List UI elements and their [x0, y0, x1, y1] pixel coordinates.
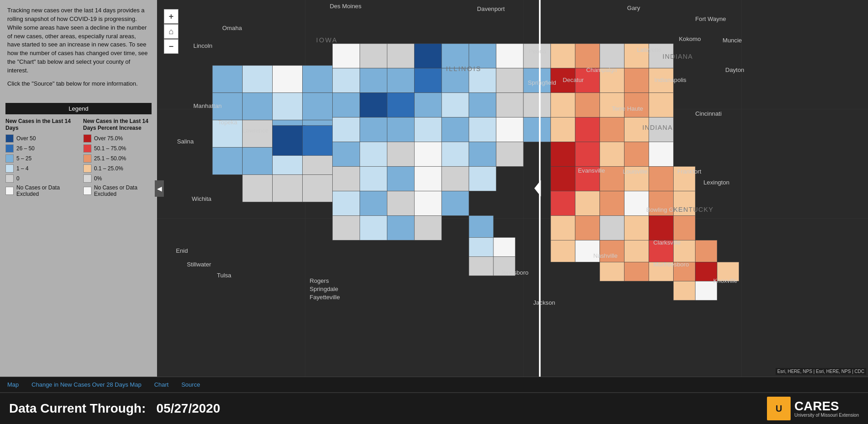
svg-text:Nashville: Nashville	[593, 252, 617, 259]
svg-text:KENTUCKY: KENTUCKY	[674, 206, 714, 213]
svg-text:ILLINOIS: ILLINOIS	[446, 65, 482, 72]
svg-rect-27	[332, 44, 360, 68]
svg-rect-79	[387, 215, 414, 240]
legend-item-label: 0	[16, 175, 20, 182]
svg-rect-47	[442, 93, 469, 117]
svg-rect-33	[496, 44, 523, 68]
svg-rect-111	[551, 167, 575, 191]
svg-rect-84	[493, 237, 515, 256]
svg-rect-14	[243, 175, 273, 202]
svg-rect-68	[387, 167, 414, 191]
logo-text: CARES University of Missouri Extension	[794, 400, 859, 418]
svg-text:Kokomo: Kokomo	[679, 36, 701, 42]
svg-rect-128	[674, 215, 695, 240]
legend-item-label: 50.1 – 75.0%	[94, 145, 127, 152]
svg-rect-54	[414, 117, 442, 142]
svg-text:Fort Wayne: Fort Wayne	[695, 15, 726, 22]
logo-cares: CARES	[794, 400, 859, 413]
svg-text:Jackson: Jackson	[533, 299, 555, 306]
legend-swatch	[83, 174, 91, 183]
svg-rect-88	[600, 44, 624, 68]
svg-rect-53	[387, 117, 414, 142]
map-svg: Des Moines Davenport Gary Fort Wayne Oma…	[157, 0, 868, 377]
zoom-in-button[interactable]: +	[164, 9, 178, 24]
svg-rect-81	[469, 215, 493, 237]
legend-swatch	[5, 164, 14, 173]
svg-text:Springdale: Springdale	[310, 286, 338, 292]
legend-item-label: Over 50	[16, 135, 36, 142]
legend-item-label: 26 – 50	[16, 145, 35, 152]
legend-right-title: New Cases in the Last 14 Days Percent In…	[83, 118, 152, 132]
svg-rect-25	[273, 126, 305, 156]
svg-rect-73	[360, 191, 387, 215]
svg-rect-60	[360, 142, 387, 167]
svg-text:Salina: Salina	[177, 138, 194, 145]
svg-text:Rogers: Rogers	[310, 277, 329, 284]
svg-rect-69	[414, 167, 442, 191]
zoom-out-button[interactable]: −	[164, 39, 178, 54]
legend-swatch	[83, 164, 91, 173]
legend-swatch	[83, 134, 91, 143]
legend-item: Over 75.0%	[83, 134, 152, 143]
logo-box: U	[767, 397, 791, 420]
legend-swatch	[5, 144, 14, 153]
svg-text:Tulsa: Tulsa	[217, 272, 231, 279]
svg-rect-94	[624, 68, 649, 93]
svg-rect-65	[496, 142, 523, 167]
svg-rect-102	[575, 117, 600, 142]
svg-text:Lafayette: Lafayette	[637, 46, 661, 53]
tab-map[interactable]: Map	[5, 379, 21, 390]
svg-text:IOWA: IOWA	[316, 36, 338, 44]
svg-rect-59	[332, 142, 360, 167]
tab-source[interactable]: Source	[178, 379, 203, 390]
svg-rect-72	[332, 191, 360, 215]
map-area[interactable]: Des Moines Davenport Gary Fort Wayne Oma…	[157, 0, 868, 377]
svg-text:Lexington: Lexington	[703, 179, 729, 186]
svg-rect-77	[332, 215, 360, 240]
legend-title: Legend	[5, 103, 152, 114]
svg-rect-82	[469, 237, 493, 256]
legend-item: 5 – 25	[5, 154, 74, 163]
svg-rect-10	[243, 66, 273, 93]
svg-rect-97	[575, 93, 600, 117]
svg-rect-58	[523, 117, 551, 142]
legend-swatch	[5, 134, 14, 143]
svg-rect-126	[624, 215, 649, 240]
svg-rect-108	[600, 142, 624, 167]
tab-change-map[interactable]: Change in New Cases Over 28 Days Map	[29, 379, 144, 390]
legend-item: 25.1 – 50.0%	[83, 154, 152, 163]
legend-item-label: 1 – 4	[16, 165, 29, 172]
zoom-home-button[interactable]: ⌂	[164, 24, 178, 39]
description-paragraph-1: Tracking new cases over the last 14 days…	[7, 6, 150, 75]
svg-rect-24	[303, 175, 333, 202]
svg-text:Gary: Gary	[627, 5, 640, 11]
svg-text:Champaign: Champaign	[586, 66, 617, 73]
svg-text:Indianapolis: Indianapolis	[655, 77, 687, 83]
svg-text:Knoxville: Knoxville	[713, 277, 737, 284]
legend-item: 26 – 50	[5, 144, 74, 153]
legend-swatch	[83, 187, 91, 195]
footer-date-label: Data Current Through:	[9, 401, 146, 415]
svg-rect-13	[243, 148, 273, 175]
svg-text:Dayton: Dayton	[725, 66, 744, 73]
legend-columns: New Cases in the Last 14 Days Over 5026 …	[5, 118, 152, 199]
legend-item-label: 0.1 – 25.0%	[94, 165, 123, 172]
collapse-panel-button[interactable]: ◀	[155, 180, 164, 197]
svg-text:Evansville: Evansville	[578, 167, 605, 174]
svg-rect-11	[243, 93, 273, 120]
svg-rect-16	[273, 93, 303, 120]
legend-item: 0.1 – 25.0%	[83, 164, 152, 173]
left-panel: Tracking new cases over the last 14 days…	[0, 0, 157, 377]
legend-item: Over 50	[5, 134, 74, 143]
legend-swatch	[5, 187, 14, 195]
svg-text:Des Moines: Des Moines	[330, 3, 361, 10]
svg-rect-67	[360, 167, 387, 191]
svg-rect-55	[442, 117, 469, 142]
svg-rect-49	[496, 93, 523, 117]
svg-rect-117	[551, 191, 575, 215]
svg-text:Peoria: Peoria	[529, 48, 547, 55]
svg-rect-119	[600, 191, 624, 215]
logo-letter: U	[776, 404, 782, 414]
svg-rect-50	[523, 93, 551, 117]
tab-chart[interactable]: Chart	[152, 379, 172, 390]
